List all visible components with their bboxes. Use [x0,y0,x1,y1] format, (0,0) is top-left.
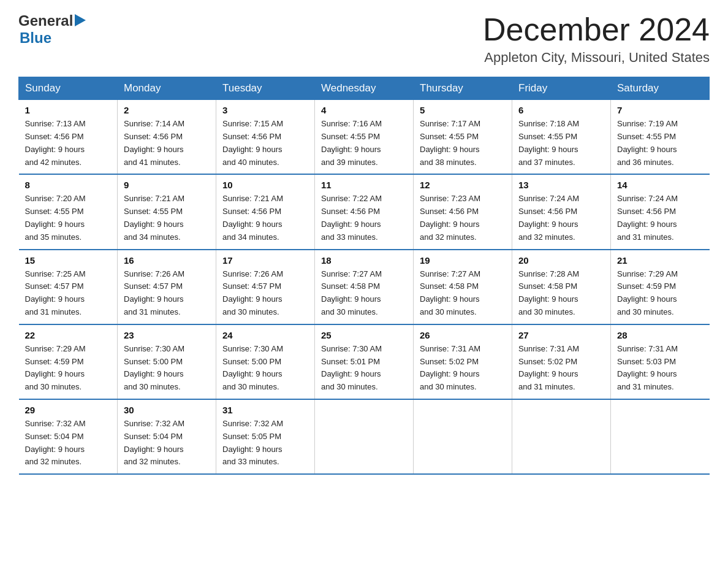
table-row: 20 Sunrise: 7:28 AM Sunset: 4:58 PM Dayl… [512,250,611,324]
table-row: 13 Sunrise: 7:24 AM Sunset: 4:56 PM Dayl… [512,174,611,249]
day-number: 3 [222,105,308,115]
table-row: 9 Sunrise: 7:21 AM Sunset: 4:55 PM Dayli… [118,174,216,249]
day-number: 14 [617,180,703,190]
day-info: Sunrise: 7:32 AM Sunset: 5:04 PM Dayligh… [124,418,210,469]
calendar-week-row: 15 Sunrise: 7:25 AM Sunset: 4:57 PM Dayl… [19,250,710,324]
table-row: 25 Sunrise: 7:30 AM Sunset: 5:01 PM Dayl… [315,324,414,399]
calendar-week-row: 8 Sunrise: 7:20 AM Sunset: 4:55 PM Dayli… [19,174,710,249]
table-row [414,399,512,474]
day-info: Sunrise: 7:24 AM Sunset: 4:56 PM Dayligh… [518,193,604,243]
table-row: 3 Sunrise: 7:15 AM Sunset: 4:56 PM Dayli… [216,100,315,175]
day-number: 25 [321,330,407,340]
table-row: 28 Sunrise: 7:31 AM Sunset: 5:03 PM Dayl… [611,324,710,399]
table-row: 26 Sunrise: 7:31 AM Sunset: 5:02 PM Dayl… [414,324,512,399]
calendar-week-row: 22 Sunrise: 7:29 AM Sunset: 4:59 PM Dayl… [19,324,710,399]
table-row: 7 Sunrise: 7:19 AM Sunset: 4:55 PM Dayli… [611,100,710,175]
day-info: Sunrise: 7:18 AM Sunset: 4:55 PM Dayligh… [518,118,604,169]
table-row: 27 Sunrise: 7:31 AM Sunset: 5:02 PM Dayl… [512,324,611,399]
day-number: 1 [25,105,112,115]
header-saturday: Saturday [611,77,710,100]
day-info: Sunrise: 7:28 AM Sunset: 4:58 PM Dayligh… [518,268,604,319]
day-info: Sunrise: 7:20 AM Sunset: 4:55 PM Dayligh… [25,193,112,243]
header-monday: Monday [118,77,216,100]
day-info: Sunrise: 7:32 AM Sunset: 5:05 PM Dayligh… [222,418,308,469]
day-info: Sunrise: 7:22 AM Sunset: 4:56 PM Dayligh… [321,193,407,243]
day-number: 13 [518,180,604,190]
day-number: 19 [420,255,506,266]
table-row: 8 Sunrise: 7:20 AM Sunset: 4:55 PM Dayli… [19,174,118,249]
table-row: 22 Sunrise: 7:29 AM Sunset: 4:59 PM Dayl… [19,324,118,399]
day-info: Sunrise: 7:15 AM Sunset: 4:56 PM Dayligh… [222,118,308,169]
table-row [611,399,710,474]
table-row [512,399,611,474]
table-row: 16 Sunrise: 7:26 AM Sunset: 4:57 PM Dayl… [118,250,216,324]
table-row: 18 Sunrise: 7:27 AM Sunset: 4:58 PM Dayl… [315,250,414,324]
header-thursday: Thursday [414,77,512,100]
table-row: 17 Sunrise: 7:26 AM Sunset: 4:57 PM Dayl… [216,250,315,324]
calendar-week-row: 1 Sunrise: 7:13 AM Sunset: 4:56 PM Dayli… [19,100,710,175]
page-header: General Blue December 2024 Appleton City… [18,12,710,66]
day-number: 17 [222,255,308,266]
day-number: 4 [321,105,407,115]
day-info: Sunrise: 7:19 AM Sunset: 4:55 PM Dayligh… [617,118,703,169]
day-info: Sunrise: 7:30 AM Sunset: 5:01 PM Dayligh… [321,343,407,394]
day-number: 21 [617,255,703,266]
day-number: 22 [25,330,112,340]
table-row: 1 Sunrise: 7:13 AM Sunset: 4:56 PM Dayli… [19,100,118,175]
day-number: 12 [420,180,506,190]
logo-arrow-icon [75,14,86,26]
table-row: 24 Sunrise: 7:30 AM Sunset: 5:00 PM Dayl… [216,324,315,399]
day-info: Sunrise: 7:30 AM Sunset: 5:00 PM Dayligh… [222,343,308,394]
day-info: Sunrise: 7:21 AM Sunset: 4:56 PM Dayligh… [222,193,308,243]
day-number: 15 [25,255,112,266]
table-row: 6 Sunrise: 7:18 AM Sunset: 4:55 PM Dayli… [512,100,611,175]
day-info: Sunrise: 7:14 AM Sunset: 4:56 PM Dayligh… [124,118,210,169]
day-number: 20 [518,255,604,266]
table-row: 31 Sunrise: 7:32 AM Sunset: 5:05 PM Dayl… [216,399,315,474]
table-row: 30 Sunrise: 7:32 AM Sunset: 5:04 PM Dayl… [118,399,216,474]
location-title: Appleton City, Missouri, United States [483,50,710,66]
day-info: Sunrise: 7:29 AM Sunset: 4:59 PM Dayligh… [25,343,112,394]
day-info: Sunrise: 7:32 AM Sunset: 5:04 PM Dayligh… [25,418,112,469]
header-wednesday: Wednesday [315,77,414,100]
day-number: 9 [124,180,210,190]
day-number: 7 [617,105,703,115]
day-number: 29 [25,405,112,415]
table-row: 12 Sunrise: 7:23 AM Sunset: 4:56 PM Dayl… [414,174,512,249]
weekday-header-row: Sunday Monday Tuesday Wednesday Thursday… [19,77,710,100]
day-number: 31 [222,405,308,415]
day-info: Sunrise: 7:31 AM Sunset: 5:02 PM Dayligh… [420,343,506,394]
day-number: 30 [124,405,210,415]
day-info: Sunrise: 7:13 AM Sunset: 4:56 PM Dayligh… [25,118,112,169]
day-info: Sunrise: 7:30 AM Sunset: 5:00 PM Dayligh… [124,343,210,394]
day-info: Sunrise: 7:27 AM Sunset: 4:58 PM Dayligh… [420,268,506,319]
day-info: Sunrise: 7:16 AM Sunset: 4:55 PM Dayligh… [321,118,407,169]
day-number: 26 [420,330,506,340]
day-number: 28 [617,330,703,340]
table-row: 19 Sunrise: 7:27 AM Sunset: 4:58 PM Dayl… [414,250,512,324]
day-info: Sunrise: 7:27 AM Sunset: 4:58 PM Dayligh… [321,268,407,319]
table-row: 5 Sunrise: 7:17 AM Sunset: 4:55 PM Dayli… [414,100,512,175]
day-info: Sunrise: 7:31 AM Sunset: 5:02 PM Dayligh… [518,343,604,394]
table-row: 2 Sunrise: 7:14 AM Sunset: 4:56 PM Dayli… [118,100,216,175]
day-info: Sunrise: 7:31 AM Sunset: 5:03 PM Dayligh… [617,343,703,394]
day-info: Sunrise: 7:24 AM Sunset: 4:56 PM Dayligh… [617,193,703,243]
day-number: 27 [518,330,604,340]
logo-blue-text: Blue [20,29,51,46]
day-number: 2 [124,105,210,115]
day-number: 10 [222,180,308,190]
logo-general-text: General [18,12,73,29]
day-number: 23 [124,330,210,340]
table-row: 10 Sunrise: 7:21 AM Sunset: 4:56 PM Dayl… [216,174,315,249]
day-number: 24 [222,330,308,340]
day-info: Sunrise: 7:29 AM Sunset: 4:59 PM Dayligh… [617,268,703,319]
table-row: 29 Sunrise: 7:32 AM Sunset: 5:04 PM Dayl… [19,399,118,474]
svg-marker-0 [75,14,86,26]
day-info: Sunrise: 7:21 AM Sunset: 4:55 PM Dayligh… [124,193,210,243]
table-row: 15 Sunrise: 7:25 AM Sunset: 4:57 PM Dayl… [19,250,118,324]
day-number: 5 [420,105,506,115]
table-row: 14 Sunrise: 7:24 AM Sunset: 4:56 PM Dayl… [611,174,710,249]
day-info: Sunrise: 7:26 AM Sunset: 4:57 PM Dayligh… [222,268,308,319]
calendar-week-row: 29 Sunrise: 7:32 AM Sunset: 5:04 PM Dayl… [19,399,710,474]
day-info: Sunrise: 7:23 AM Sunset: 4:56 PM Dayligh… [420,193,506,243]
